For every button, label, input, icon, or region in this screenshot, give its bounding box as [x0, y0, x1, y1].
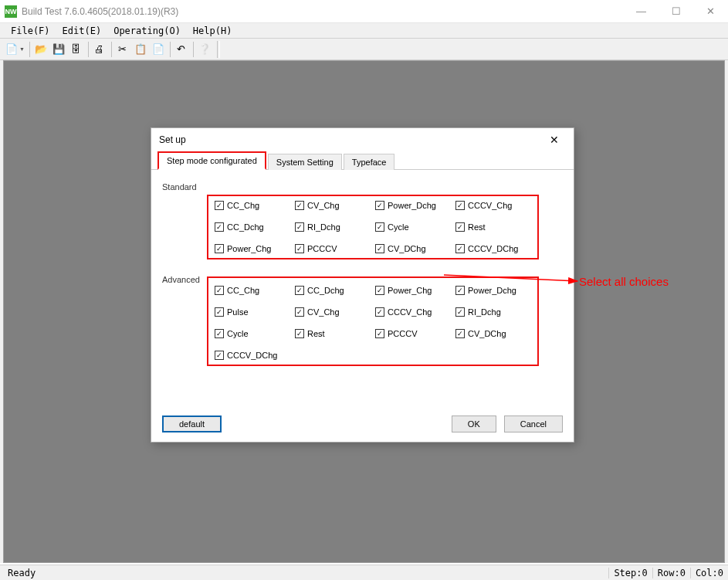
- maximize-button[interactable]: ☐: [659, 0, 693, 23]
- standard-checkbox-pcccv[interactable]: ✓PCCCV: [295, 244, 371, 253]
- cut-icon[interactable]: ✂: [114, 41, 131, 58]
- menu-help[interactable]: Help(H): [187, 24, 239, 38]
- toolbar-grip: [217, 41, 220, 58]
- advanced-checkbox-cccv_chg[interactable]: ✓CCCV_Chg: [375, 307, 451, 317]
- toolbar-separator: [193, 42, 194, 57]
- standard-checkbox-cccv_dchg[interactable]: ✓CCCV_DChg: [455, 244, 531, 253]
- standard-checkbox-cc_chg[interactable]: ✓CC_Chg: [215, 201, 290, 210]
- checkbox-label: Power_Chg: [227, 244, 271, 253]
- standard-checkbox-cccv_chg[interactable]: ✓CCCV_Chg: [455, 201, 531, 210]
- checkbox-label: CCCV_Chg: [468, 201, 512, 210]
- standard-checkbox-cv_dchg[interactable]: ✓CV_DChg: [375, 244, 451, 253]
- checkbox-label: Power_Dchg: [388, 201, 436, 210]
- advanced-checkbox-power_chg[interactable]: ✓Power_Chg: [375, 286, 451, 295]
- window-title: Build Test 7.6.0.4605(2018.01.19)(R3): [22, 6, 178, 17]
- menu-file[interactable]: File(F): [5, 24, 56, 38]
- advanced-checkbox-cccv_dchg[interactable]: ✓CCCV_DChg: [215, 351, 290, 360]
- checkbox-box-icon: ✓: [295, 286, 304, 295]
- advanced-checkbox-cv_dchg[interactable]: ✓CV_DChg: [455, 329, 531, 338]
- standard-checkbox-power_dchg[interactable]: ✓Power_Dchg: [375, 201, 451, 210]
- checkbox-label: CC_Chg: [227, 201, 259, 210]
- checkbox-label: CCCV_Chg: [388, 307, 432, 317]
- dialog-title: Set up: [159, 134, 186, 145]
- tab-typeface[interactable]: Typeface: [344, 154, 395, 170]
- checkbox-box-icon: ✓: [375, 307, 384, 317]
- standard-checkbox-cycle[interactable]: ✓Cycle: [375, 222, 451, 232]
- minimize-button[interactable]: —: [624, 0, 659, 23]
- checkbox-box-icon: ✓: [455, 307, 465, 317]
- dialog-close-icon[interactable]: ✕: [543, 134, 566, 146]
- checkbox-label: RI_Dchg: [307, 222, 340, 232]
- open-file-icon[interactable]: 📂: [32, 41, 49, 58]
- advanced-checkbox-ri_dchg[interactable]: ✓RI_Dchg: [455, 307, 531, 317]
- checkbox-box-icon: ✓: [455, 286, 465, 295]
- new-file-icon[interactable]: 📄: [3, 41, 20, 58]
- advanced-group-highlight: ✓CC_Chg✓CC_Dchg✓Power_Chg✓Power_Dchg✓Pul…: [207, 276, 539, 366]
- undo-icon[interactable]: ↶: [173, 41, 190, 58]
- checkbox-label: PCCCV: [388, 329, 418, 338]
- checkbox-label: CC_Dchg: [227, 222, 264, 232]
- toolbar-separator: [111, 42, 112, 57]
- tab-step-mode[interactable]: Step mode configurated: [157, 151, 266, 170]
- print-icon[interactable]: 🖨: [91, 41, 108, 58]
- checkbox-label: Power_Chg: [388, 286, 432, 295]
- checkbox-box-icon: ✓: [455, 201, 465, 210]
- advanced-checkbox-pulse[interactable]: ✓Pulse: [215, 307, 290, 317]
- help-icon[interactable]: ❔: [196, 41, 213, 58]
- standard-checkbox-power_chg[interactable]: ✓Power_Chg: [215, 244, 290, 253]
- tab-system-setting[interactable]: System Setting: [268, 154, 342, 170]
- status-row: Row:0: [652, 568, 690, 578]
- default-button[interactable]: default: [162, 415, 222, 432]
- advanced-checkbox-cc_dchg[interactable]: ✓CC_Dchg: [295, 286, 371, 295]
- checkbox-box-icon: ✓: [375, 329, 384, 338]
- dialog-tabstrip: Step mode configurated System Setting Ty…: [151, 151, 574, 170]
- standard-checkbox-rest[interactable]: ✓Rest: [455, 222, 531, 232]
- checkbox-box-icon: ✓: [215, 201, 224, 210]
- toolbar-separator: [29, 42, 30, 57]
- checkbox-box-icon: ✓: [375, 201, 384, 210]
- advanced-checkbox-cv_chg[interactable]: ✓CV_Chg: [295, 307, 371, 317]
- annotation-text: Select all choices: [579, 275, 669, 288]
- standard-checkbox-cc_dchg[interactable]: ✓CC_Dchg: [215, 222, 290, 232]
- statusbar: Ready Step:0 Row:0 Col:0: [0, 565, 728, 580]
- checkbox-label: Cycle: [227, 329, 249, 338]
- app-icon: NW: [5, 5, 17, 18]
- menu-operating[interactable]: Operating(O): [107, 24, 187, 38]
- toolbar-separator: [170, 42, 171, 57]
- dialog-body: Standard ✓CC_Chg✓CV_Chg✓Power_Dchg✓CCCV_…: [151, 170, 574, 374]
- checkbox-box-icon: ✓: [215, 329, 224, 338]
- checkbox-box-icon: ✓: [295, 201, 304, 210]
- close-button[interactable]: ✕: [693, 0, 728, 23]
- advanced-checkbox-pcccv[interactable]: ✓PCCCV: [375, 329, 451, 338]
- paste-icon[interactable]: 📄: [150, 41, 167, 58]
- advanced-checkbox-power_dchg[interactable]: ✓Power_Dchg: [455, 286, 531, 295]
- standard-checkbox-ri_dchg[interactable]: ✓RI_Dchg: [295, 222, 371, 232]
- advanced-checkbox-grid: ✓CC_Chg✓CC_Dchg✓Power_Chg✓Power_Dchg✓Pul…: [215, 286, 531, 360]
- checkbox-label: Rest: [307, 329, 325, 338]
- checkbox-label: PCCCV: [307, 244, 337, 253]
- copy-icon[interactable]: 📋: [132, 41, 149, 58]
- checkbox-box-icon: ✓: [215, 351, 224, 360]
- checkbox-box-icon: ✓: [455, 329, 465, 338]
- checkbox-label: CV_Chg: [307, 307, 340, 317]
- ok-button[interactable]: OK: [452, 415, 496, 432]
- checkbox-box-icon: ✓: [215, 307, 224, 317]
- menu-edit[interactable]: Edit(E): [56, 24, 108, 38]
- standard-checkbox-cv_chg[interactable]: ✓CV_Chg: [295, 201, 371, 210]
- new-dropdown-icon[interactable]: ▼: [19, 46, 25, 52]
- cancel-button[interactable]: Cancel: [504, 415, 563, 432]
- advanced-checkbox-cc_chg[interactable]: ✓CC_Chg: [215, 286, 290, 295]
- status-col: Col:0: [690, 568, 728, 578]
- checkbox-label: Rest: [468, 222, 486, 232]
- checkbox-label: CV_Chg: [307, 201, 340, 210]
- checkbox-label: CCCV_DChg: [227, 351, 277, 360]
- toolbar-separator: [88, 42, 89, 57]
- status-ready: Ready: [3, 568, 40, 578]
- save-icon[interactable]: 💾: [50, 41, 67, 58]
- advanced-checkbox-rest[interactable]: ✓Rest: [295, 329, 371, 338]
- checkbox-box-icon: ✓: [295, 222, 304, 232]
- advanced-checkbox-cycle[interactable]: ✓Cycle: [215, 329, 290, 338]
- checkbox-box-icon: ✓: [455, 244, 465, 253]
- checkbox-box-icon: ✓: [455, 222, 465, 232]
- save-all-icon[interactable]: 🗄: [68, 41, 85, 58]
